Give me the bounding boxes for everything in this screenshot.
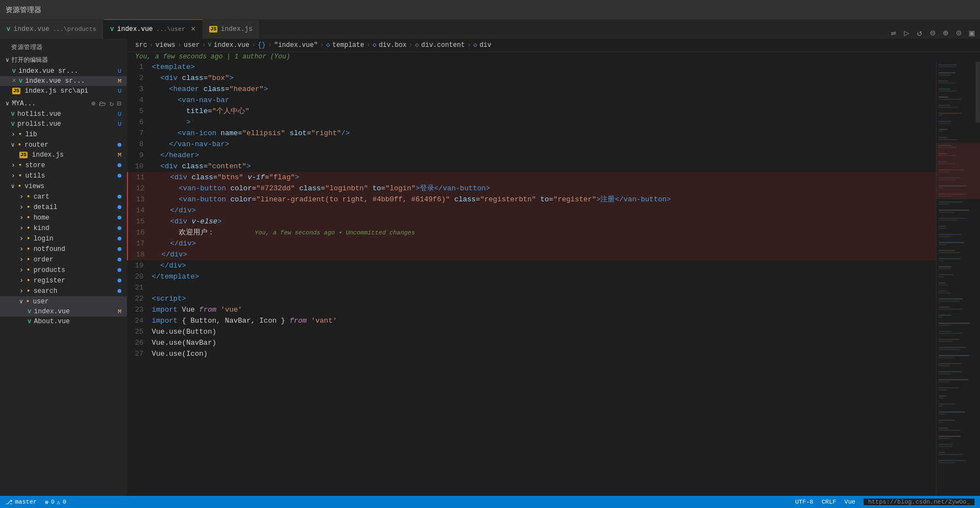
project-root[interactable]: MYA... ⊕ 🗁 ↻ ⊟ — [0, 98, 127, 109]
folder-name: register — [34, 277, 66, 285]
folder-views[interactable]: ▪ views — [0, 181, 127, 191]
open-file-user[interactable]: × V index.vue sr... M — [0, 76, 127, 86]
folder-collapse-icon — [11, 141, 15, 149]
vue-icon: V — [28, 318, 31, 325]
folder-store[interactable]: ▪ store — [0, 160, 127, 170]
folder-notfound[interactable]: ▪ notfound — [0, 244, 127, 254]
folder-lib[interactable]: ▪ lib — [0, 129, 127, 140]
tab-close-icon[interactable]: × — [191, 25, 195, 34]
open-file-products[interactable]: V index.vue sr... U — [0, 66, 127, 76]
tab-user[interactable]: V index.vue ...\user × — [104, 19, 203, 39]
folder-order[interactable]: ▪ order — [0, 254, 127, 265]
undo-icon[interactable]: ↺ — [917, 28, 923, 39]
layout-icon[interactable]: ▣ — [969, 28, 974, 39]
file-name: index.vue sr... — [25, 77, 85, 85]
code-line: 11 <div class="btns" v-if="flag"> — [127, 172, 936, 183]
file-close-icon[interactable]: × — [12, 77, 16, 85]
new-file-icon[interactable]: ⊕ — [92, 99, 96, 108]
title-bar-text: 资源管理器 — [6, 5, 41, 15]
file-about[interactable]: V About.vue — [0, 317, 127, 327]
broadcast-icon[interactable]: ⊙ — [956, 28, 962, 39]
tab-indexjs[interactable]: JS index.js — [203, 19, 259, 39]
toolbar-right: ⇌ ▷ ↺ ⊖ ⊕ ⊙ ▣ — [891, 28, 980, 39]
folder-icon: ▪ — [18, 172, 23, 180]
badge-m: M — [118, 152, 121, 158]
encoding[interactable]: UTF-8 — [795, 499, 813, 505]
vue-icon: V — [12, 68, 16, 74]
open-file-api[interactable]: JS index.js src\api U — [0, 86, 127, 96]
folder-router[interactable]: ▪ router — [0, 140, 127, 150]
breadcrumb-sep: › — [409, 41, 413, 49]
folder-collapse-icon — [19, 298, 23, 306]
run-icon[interactable]: ▷ — [904, 28, 909, 39]
git-blame-text: You, a few seconds ago | 1 author (You) — [135, 53, 290, 61]
folder-collapse-icon — [19, 255, 24, 264]
badge-dot — [118, 163, 121, 167]
file-user-index[interactable]: V index.vue M — [0, 307, 127, 317]
breadcrumb-sep: › — [467, 41, 471, 49]
breadcrumb-div: div — [480, 41, 492, 49]
git-branch-name: master — [15, 499, 37, 505]
warning-icon: ⚠ — [57, 499, 61, 506]
file-name: index.vue sr... — [19, 67, 78, 75]
code-line: 13 <van-button color="linear-gradient(to… — [127, 194, 936, 205]
tab-products[interactable]: V index.vue ...\products — [0, 19, 104, 39]
folder-detail[interactable]: ▪ detail — [0, 202, 127, 212]
code-line: 21 — [127, 282, 936, 293]
folder-products[interactable]: ▪ products — [0, 265, 127, 275]
line-ending[interactable]: CRLF — [822, 499, 836, 505]
folder-name: login — [34, 235, 54, 243]
collapse-all-icon[interactable]: ⊟ — [117, 99, 121, 108]
zoom-out-icon[interactable]: ⊖ — [930, 28, 935, 39]
errors-warnings[interactable]: ⊗ 0 ⚠ 0 — [45, 499, 66, 506]
folder-icon: ▪ — [26, 276, 31, 285]
file-prolist[interactable]: V prolist.vue U — [0, 119, 127, 129]
vue-icon: V — [11, 121, 15, 127]
split-editor-icon[interactable]: ⇌ — [891, 28, 897, 39]
zoom-in-icon[interactable]: ⊕ — [943, 28, 949, 39]
code-line: 15 <div v-else> — [127, 216, 936, 227]
code-line: 2 <div class="box"> — [127, 73, 936, 84]
folder-register[interactable]: ▪ register — [0, 275, 127, 286]
folder-cart[interactable]: ▪ cart — [0, 191, 127, 202]
tab-path: ...\products — [52, 26, 96, 33]
folder-name: hotlist.vue — [18, 110, 61, 118]
badge-dot — [118, 226, 121, 230]
folder-home[interactable]: ▪ home — [0, 212, 127, 223]
folder-name: kind — [34, 224, 50, 232]
code-line: 17 </div> — [127, 238, 936, 249]
project-name: MYA... — [12, 100, 36, 108]
code-editor[interactable]: 1 <template> 2 <div class="box"> 3 <head… — [127, 62, 936, 496]
folder-name: detail — [34, 204, 57, 211]
folder-icon: ▪ — [18, 182, 22, 190]
breadcrumb-divbox: div.box — [379, 41, 406, 49]
folder-name: lib — [25, 131, 38, 138]
status-bar-right: UTF-8 CRLF Vue https://blog.csdn.net/Zyw… — [795, 499, 974, 505]
sidebar-section-open[interactable]: 打开的编辑器 — [0, 54, 127, 66]
code-line: 8 </van-nav-bar> — [127, 139, 936, 150]
folder-login[interactable]: ▪ login — [0, 233, 127, 244]
tab-path: ...\user — [156, 26, 185, 33]
folder-search[interactable]: ▪ search — [0, 286, 127, 296]
breadcrumb-divcontent-icon: ◇ — [415, 41, 419, 49]
code-line: 23 import Vue from 'vue' — [127, 304, 936, 316]
folder-collapse-icon — [11, 161, 15, 169]
vue-icon: V — [11, 111, 15, 117]
folder-name: index.vue — [34, 308, 70, 316]
folder-user[interactable]: ▪ user — [0, 296, 127, 307]
badge-u: U — [118, 88, 121, 94]
language[interactable]: Vue — [844, 499, 855, 505]
file-router-index[interactable]: JS index.js M — [0, 150, 127, 160]
badge-m: M — [118, 78, 121, 84]
code-line: 6 > — [127, 117, 936, 128]
folder-kind[interactable]: ▪ kind — [0, 223, 127, 233]
git-branch[interactable]: ⎇ master — [6, 499, 37, 506]
folder-name: products — [34, 266, 66, 274]
vue-icon: V — [19, 78, 23, 84]
folder-utils[interactable]: ▪ utils — [0, 170, 127, 181]
refresh-icon[interactable]: ↻ — [109, 99, 114, 108]
new-folder-icon[interactable]: 🗁 — [99, 100, 106, 108]
badge-dot — [118, 195, 121, 199]
error-icon: ⊗ — [45, 499, 49, 506]
file-hotlist[interactable]: V hotlist.vue U — [0, 109, 127, 119]
